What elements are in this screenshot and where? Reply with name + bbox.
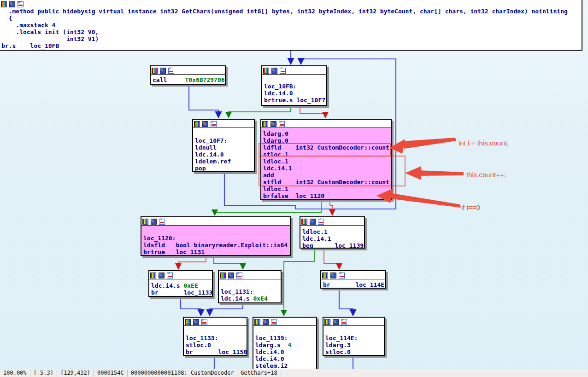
- block-code: loc_1120:ldsfld bool binaryreader.Exploi…: [141, 226, 290, 255]
- xrefs-icon[interactable]: [201, 319, 207, 325]
- block-loc_1120[interactable]: loc_1120:ldsfld bool binaryreader.Exploi…: [141, 216, 291, 256]
- code-line: ldfld int32 CustomDecoder::count: [263, 144, 391, 151]
- block-titlebar: [261, 120, 391, 128]
- block-count_inc[interactable]: ldarg.0ldarg.0ldfld int32 CustomDecoder:…: [260, 119, 392, 200]
- block-code: loc_10FB:ldc.i4.0brtrue.s loc_10F7: [262, 75, 326, 105]
- code-line: loc_114E:: [325, 335, 384, 342]
- xrefs-icon[interactable]: [168, 68, 174, 74]
- edit-pencil-icon[interactable]: [228, 273, 234, 278]
- color-palette-icon[interactable]: [324, 319, 330, 325]
- code-line: ldsfld bool binaryreader.Exploit::is64: [143, 242, 290, 249]
- graph-view: .edge-blue{stroke:#4d4ddd;stroke-width:2…: [0, 0, 588, 377]
- edge-green-9: [284, 249, 315, 315]
- xrefs-icon[interactable]: [236, 273, 242, 278]
- edit-pencil-icon[interactable]: [263, 319, 269, 325]
- xrefs-icon[interactable]: [341, 319, 347, 325]
- edit-pencil-icon[interactable]: [151, 219, 157, 225]
- block-code: br loc_114E: [321, 279, 385, 288]
- edit-pencil-icon[interactable]: [9, 1, 15, 7]
- block-ldc_0xEE[interactable]: ldc.i4.s 0xEEbr loc_1133: [148, 270, 213, 297]
- block-beq_1139[interactable]: ldloc.1ldc.i4.1beq loc_1139: [300, 216, 365, 249]
- arrow-2-head: [405, 166, 421, 180]
- block-loc_10FB[interactable]: loc_10FB:ldc.i4.0brtrue.s loc_10F7: [261, 65, 327, 106]
- edit-pencil-icon[interactable]: [330, 273, 336, 278]
- block-code: ldc.i4.s 0xEEbr loc_1133: [149, 279, 212, 296]
- color-palette-icon[interactable]: [152, 68, 158, 74]
- code-line: loc_10F7:: [195, 137, 254, 144]
- code-line: ldelem.ref: [195, 158, 254, 165]
- color-palette-icon[interactable]: [1, 1, 7, 7]
- block-titlebar: [262, 66, 326, 75]
- edge-blue-13: [339, 289, 353, 315]
- code-line: beq loc_1139: [302, 242, 364, 248]
- xrefs-icon[interactable]: [279, 121, 285, 127]
- edge-green-8: [214, 256, 243, 269]
- block-titlebar: [184, 318, 247, 326]
- edit-pencil-icon[interactable]: [193, 319, 199, 325]
- block-loc_10F7[interactable]: loc_10F7:ldnullldc.i4.0ldelem.refpop: [192, 119, 255, 172]
- maxstack-directive: .maxstack 4: [0, 22, 582, 29]
- color-palette-icon[interactable]: [262, 121, 268, 127]
- block-br_114E[interactable]: br loc_114E: [320, 270, 386, 289]
- xrefs-icon[interactable]: [271, 319, 277, 325]
- block-titlebar: [0, 0, 582, 8]
- code-line: ldarg.s 4: [255, 342, 316, 348]
- edit-pencil-icon[interactable]: [310, 219, 316, 225]
- arrow-3-shaft: [389, 193, 461, 208]
- edit-pencil-icon[interactable]: [270, 121, 276, 127]
- annotation-text-3: if i==0: [461, 203, 480, 211]
- code-line: loc_1120:: [143, 235, 290, 242]
- code-line: ldarg.0: [263, 130, 391, 137]
- xrefs-icon[interactable]: [18, 1, 24, 7]
- block-loc_1139[interactable]: loc_1139:ldarg.s 4ldc.i4.0ldc.i4.0stelem…: [253, 317, 317, 377]
- code-line: loc_10FB:: [264, 83, 326, 90]
- edge-blue-1: [189, 85, 218, 117]
- color-palette-icon[interactable]: [220, 273, 226, 278]
- color-palette-icon[interactable]: [194, 121, 200, 127]
- edit-pencil-icon[interactable]: [333, 319, 339, 325]
- block-loc_1133[interactable]: loc_1133:stloc.0br loc_1150: [183, 317, 247, 356]
- entry-branch-instruction: br.s loc_10FB: [0, 42, 582, 49]
- code-line: ldc.i4.s 0xEE: [151, 282, 212, 289]
- xrefs-icon[interactable]: [280, 68, 286, 74]
- color-palette-icon[interactable]: [301, 219, 307, 225]
- arrow-2-shaft: [418, 170, 464, 176]
- block-titlebar: [219, 271, 281, 280]
- xrefs-icon[interactable]: [159, 219, 165, 225]
- edge-red-7: [178, 256, 206, 269]
- block-loc_1131[interactable]: loc_1131:ldc.i4.s 0xE4: [218, 270, 282, 303]
- xrefs-icon[interactable]: [318, 219, 324, 225]
- edit-pencil-icon[interactable]: [202, 121, 208, 127]
- method-header-block[interactable]: .method public hidebysig virtual instanc…: [0, 0, 582, 51]
- block-code: loc_114E:ldarg.3stloc.0: [323, 326, 384, 355]
- code-line: ldc.i4.0: [195, 151, 254, 158]
- color-palette-icon[interactable]: [185, 319, 191, 325]
- locals-directive: .locals init (int32 V0,: [0, 29, 582, 35]
- edit-pencil-icon[interactable]: [160, 68, 166, 74]
- code-line: add: [263, 172, 391, 179]
- xrefs-icon[interactable]: [339, 273, 345, 278]
- color-palette-icon[interactable]: [150, 273, 156, 278]
- edit-pencil-icon[interactable]: [271, 68, 277, 74]
- color-palette-icon[interactable]: [263, 68, 269, 74]
- color-palette-icon[interactable]: [142, 219, 148, 225]
- edge-red-6: [330, 200, 332, 215]
- color-palette-icon[interactable]: [322, 273, 328, 278]
- block-code: loc_10F7:ldnullldc.i4.0ldelem.refpop: [193, 128, 254, 171]
- code-line: ldc.i4.0: [264, 90, 326, 97]
- color-palette-icon[interactable]: [254, 319, 260, 325]
- edge-green-2: [229, 106, 290, 117]
- code-line: stloc.0: [325, 348, 384, 355]
- annotation-text-2: this.count++;: [466, 171, 506, 179]
- locals-directive-2: int32 V1): [0, 35, 582, 42]
- code-line: loc_1131:: [221, 288, 281, 295]
- edit-pencil-icon[interactable]: [159, 273, 165, 278]
- arrow-1-shaft: [401, 138, 456, 149]
- status-address: 0000000000001108: CustomDecoder GetChars…: [128, 370, 281, 377]
- method-body-open: {: [0, 15, 582, 22]
- block-loc_114E[interactable]: loc_114E:ldarg.3stloc.0: [323, 317, 385, 356]
- code-line: ldc.i4.0: [255, 348, 316, 355]
- xrefs-icon[interactable]: [167, 273, 173, 278]
- xrefs-icon[interactable]: [211, 121, 217, 127]
- block-call[interactable]: call T0x6B729706: [150, 65, 226, 85]
